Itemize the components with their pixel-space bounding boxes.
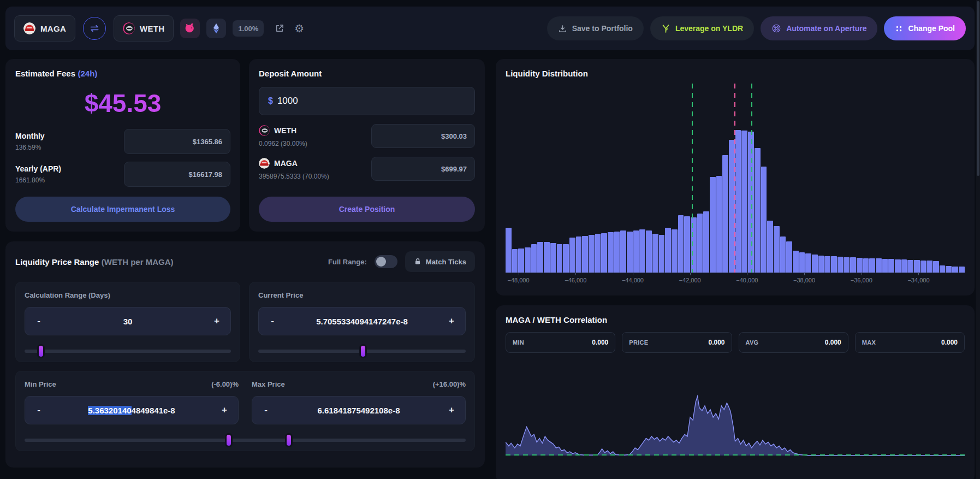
histogram-bar <box>767 221 773 273</box>
leverage-on-yldr-button[interactable]: Leverage on YLDR <box>650 16 754 40</box>
histogram-bar <box>608 232 614 273</box>
match-ticks-button[interactable]: Match Ticks <box>405 251 475 272</box>
max-stat-value: 0.000 <box>941 339 958 346</box>
full-range-toggle[interactable] <box>375 255 397 268</box>
min-price-selected-text: 5.36320140 <box>88 406 131 415</box>
max-price-decrement-button[interactable]: - <box>262 405 270 416</box>
estimated-fees-header: Estimated Fees (24h) <box>15 69 230 79</box>
histogram-bar <box>780 236 786 273</box>
deposit-amount-input[interactable] <box>277 96 466 107</box>
match-ticks-label: Match Ticks <box>426 258 466 266</box>
monthly-percent: 136.59% <box>15 144 45 151</box>
max-price-value[interactable]: 6.61841875492108e-8 <box>270 406 448 415</box>
min-price-value[interactable]: 5.363201404849841e-8 <box>43 406 221 415</box>
create-position-button[interactable]: Create Position <box>259 197 475 222</box>
calc-range-value[interactable]: 30 <box>43 317 213 326</box>
external-link-icon <box>275 23 284 33</box>
estimated-fees-card: Estimated Fees (24h) $45.53 Monthly 136.… <box>5 59 240 232</box>
correlation-chart[interactable] <box>506 358 965 473</box>
weth-amount-detail: 0.0962 (30.00%) <box>259 140 307 147</box>
maga-token-icon <box>23 22 35 34</box>
price-stat-value: 0.000 <box>708 339 724 346</box>
min-price-increment-button[interactable]: + <box>221 405 228 416</box>
current-price-slider-handle[interactable] <box>359 344 367 358</box>
yearly-fees-row: Yearly (APR) 1661.80% $16617.98 <box>15 162 230 187</box>
top-cards-row: Estimated Fees (24h) $45.53 Monthly 136.… <box>5 59 485 232</box>
axis-tick-label: −44,000 <box>622 277 644 283</box>
deposit-amount-field[interactable]: $ <box>259 87 475 115</box>
max-price-stepper: - 6.61841875492108e-8 + <box>252 396 466 424</box>
min-max-steppers: - 5.363201404849841e-8 + - 6.61841875492… <box>25 388 466 424</box>
uniswap-badge[interactable] <box>180 19 200 38</box>
price-range-slider[interactable] <box>25 439 466 442</box>
histogram-bar <box>946 266 952 273</box>
settings-button[interactable]: ⚙ <box>294 23 304 34</box>
liquidity-distribution-title: Liquidity Distribution <box>506 69 965 78</box>
download-icon <box>558 24 567 33</box>
swap-tokens-button[interactable] <box>83 17 106 40</box>
histogram-bar <box>569 238 575 273</box>
histogram-bar <box>895 259 901 273</box>
right-column: Liquidity Distribution −48,000−46,000−44… <box>496 59 975 479</box>
weth-token-icon <box>259 125 270 136</box>
max-price-slider-handle[interactable] <box>285 433 293 447</box>
correlation-max-box: MAX 0.000 <box>855 332 965 353</box>
calc-range-decrement-button[interactable]: - <box>35 316 43 327</box>
histogram-bar <box>920 261 926 273</box>
calculate-impermanent-loss-button[interactable]: Calculate Impermanent Loss <box>15 197 230 222</box>
min-price-label: Min Price <box>25 380 56 388</box>
automate-on-aperture-button[interactable]: Automate on Aperture <box>761 16 877 40</box>
fee-tier-badge: 1.00% <box>233 20 264 37</box>
max-price-increment-button[interactable]: + <box>448 405 455 416</box>
maga-amount-detail: 3958975.5333 (70.00%) <box>259 173 329 180</box>
avg-stat-value: 0.000 <box>825 339 841 346</box>
liquidity-distribution-chart[interactable] <box>506 84 965 273</box>
calculation-range-stepper: - 30 + <box>25 307 231 335</box>
monthly-fees-labels: Monthly 136.59% <box>15 132 45 151</box>
min-price-stepper: - 5.363201404849841e-8 + <box>25 396 239 424</box>
maga-info: MAGA 3958975.5333 (70.00%) <box>259 158 329 180</box>
maga-usd-value: $699.97 <box>371 157 475 181</box>
max-price-marker-line <box>751 84 752 273</box>
estimated-fees-title: Estimated Fees <box>15 69 75 78</box>
weth-usd-value: $300.03 <box>371 124 475 148</box>
token1-chip[interactable]: WETH <box>114 15 174 42</box>
app-page: MAGA WETH <box>0 0 980 479</box>
save-to-portfolio-button[interactable]: Save to Portfolio <box>547 16 644 40</box>
histogram-bar <box>952 267 958 273</box>
current-price-value[interactable]: 5.7055334094147247e-8 <box>276 317 448 326</box>
min-price-slider-handle[interactable] <box>225 433 233 447</box>
calc-range-slider-handle[interactable] <box>37 344 45 358</box>
min-price-marker-line <box>692 84 693 273</box>
axis-tick-mark <box>690 273 691 275</box>
network-badge[interactable] <box>206 19 226 38</box>
calc-range-increment-button[interactable]: + <box>213 316 221 327</box>
yldr-icon <box>661 24 670 33</box>
min-price-decrement-button[interactable]: - <box>35 405 43 416</box>
token0-chip[interactable]: MAGA <box>14 15 75 42</box>
axis-tick-mark <box>918 273 919 275</box>
min-price-rest-text: 4849841e-8 <box>132 406 175 415</box>
histogram-bar <box>525 247 531 273</box>
calc-range-slider[interactable] <box>25 350 231 353</box>
histogram-bar <box>805 253 811 273</box>
axis-tick-mark <box>519 273 519 275</box>
scrollbar-thumb[interactable] <box>977 1 979 176</box>
avg-stat-label: AVG <box>746 339 759 346</box>
aperture-spiral-icon <box>771 23 781 33</box>
leverage-on-yldr-label: Leverage on YLDR <box>675 24 743 33</box>
current-price-increment-button[interactable]: + <box>448 316 455 327</box>
price-stat-label: PRICE <box>629 339 648 346</box>
current-price-slider[interactable] <box>258 350 466 353</box>
change-pool-button[interactable]: Change Pool <box>884 16 966 40</box>
max-price-label: Max Price <box>252 380 285 388</box>
external-link-button[interactable] <box>274 22 286 34</box>
page-scrollbar[interactable] <box>976 0 980 479</box>
histogram-bar <box>537 242 543 273</box>
histogram-bar <box>863 258 869 273</box>
monthly-label: Monthly <box>15 132 45 140</box>
axis-tick-label: −48,000 <box>508 277 530 283</box>
current-price-decrement-button[interactable]: - <box>269 316 276 327</box>
range-controls-row: Calculation Range (Days) - 30 + Current … <box>15 282 475 362</box>
min-stat-label: MIN <box>513 339 524 346</box>
